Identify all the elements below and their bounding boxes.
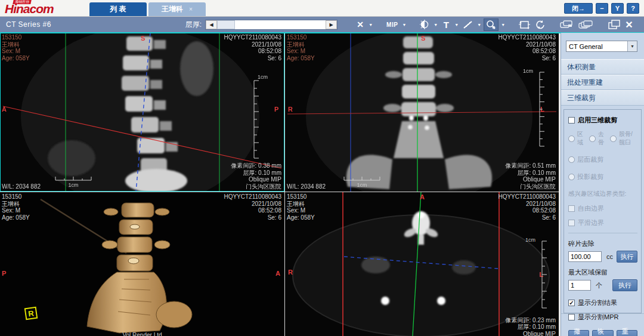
viewport-coronal[interactable]: 153150 王增科 Sex: M Age: 058Y HQYYCT211008…: [285, 33, 559, 192]
magnifier-icon[interactable]: [484, 19, 499, 31]
scrollbar-thumb[interactable]: [217, 20, 235, 29]
viewport-sagittal[interactable]: 153150 王增科 Sex: M Age: 058Y HQYYCT211008…: [0, 33, 284, 192]
viewport-divider-horizontal: [0, 192, 559, 192]
scrollbar-track[interactable]: [235, 20, 326, 29]
show-segmentation-row: ✓ 显示分割结果: [568, 298, 637, 307]
show-segmentation-mpr-checkbox[interactable]: [568, 314, 575, 320]
text-annotation-icon[interactable]: T: [440, 19, 452, 31]
study-info: HQYYCT2110080043 2021/10/08 08:52:08 Se:…: [498, 34, 556, 61]
patient-age: Age: 058Y: [2, 55, 30, 62]
window-level-readout: W/L: 2034 882: [2, 183, 41, 190]
reset-button[interactable]: 重置: [617, 330, 637, 336]
viewport-axial[interactable]: 153150 王增科 Sex: M Age: 058Y HQYYCT211008…: [285, 192, 559, 336]
fragment-removal-row: cc 执行: [568, 251, 637, 263]
radio-region[interactable]: [568, 135, 575, 142]
orientation-right: A: [275, 270, 280, 277]
orientation-cube-marker[interactable]: R: [24, 307, 38, 320]
hinacom-logo: 海纳医信 Hinacom: [0, 0, 89, 16]
window-level-caret[interactable]: ▼: [432, 23, 439, 27]
preset-combobox[interactable]: CT General ▼: [566, 41, 637, 52]
magnifier-caret[interactable]: ▼: [500, 23, 506, 27]
radio-bone-removal[interactable]: [589, 135, 596, 142]
scroll-right-arrow[interactable]: ▶: [326, 20, 337, 29]
viewport-volume-render[interactable]: 153150 王增科 Sex: M Age: 058Y HQYYCT211008…: [0, 192, 284, 336]
window-controls: 闭→ − Y ?: [564, 3, 644, 16]
mip-dropdown-caret[interactable]: ▼: [401, 23, 407, 27]
free-boundary-checkbox[interactable]: [568, 205, 575, 212]
scale-label: 1cm: [523, 68, 533, 74]
rotate-view-icon[interactable]: [533, 19, 547, 31]
fragment-execute-button[interactable]: 执行: [617, 251, 637, 263]
enable-crop-label: 启用三维裁剪: [578, 116, 617, 125]
preset-value: CT General: [566, 43, 627, 50]
crosshair-off-icon[interactable]: ✕: [354, 19, 366, 31]
section-batch-recon[interactable]: 批处理重建: [561, 75, 644, 90]
smooth-boundary-checkbox[interactable]: [568, 220, 575, 226]
study-info: HQYYCT2110080043 2021/10/08 08:52:08 Se:…: [224, 193, 281, 221]
orientation-left: R: [288, 269, 293, 276]
logo-text: Hinacom: [5, 2, 54, 16]
window-level-icon[interactable]: [418, 19, 431, 31]
fit-to-window-icon[interactable]: [517, 19, 532, 31]
close-series-icon[interactable]: ✕: [623, 19, 635, 31]
radio-femur-acetabulum[interactable]: [610, 135, 617, 142]
orientation-right: P: [274, 106, 278, 113]
show-segmentation-checkbox[interactable]: ✓: [568, 300, 575, 306]
vertical-scale-ruler: 1cm: [537, 70, 550, 150]
patient-info: 153150 王增科 Sex: M Age: 058Y: [287, 34, 315, 61]
keep-region-count-input[interactable]: [568, 280, 591, 291]
measure-ruler-icon[interactable]: [461, 19, 475, 31]
crosshair-dropdown-caret[interactable]: ▼: [367, 23, 374, 27]
exit-button[interactable]: 闭→: [564, 3, 593, 14]
panel-divider: [568, 233, 637, 233]
help-button[interactable]: ?: [627, 3, 639, 14]
accession-number: HQYYCT2110080043: [224, 34, 281, 41]
minimize-button[interactable]: −: [596, 3, 608, 14]
combo-dropdown-icon[interactable]: ▼: [627, 41, 637, 51]
tab-close-icon[interactable]: ×: [189, 6, 193, 13]
text-annotation-caret[interactable]: ▼: [453, 23, 460, 27]
keep-region-unit: 个: [596, 281, 602, 290]
viewport-grid: 153150 王增科 Sex: M Age: 058Y HQYYCT211008…: [0, 33, 561, 336]
patient-sex: Sex: M: [2, 48, 30, 55]
section-3d-crop[interactable]: 三维裁剪: [561, 90, 644, 106]
top-bar: 海纳医信 Hinacom 列 表 王增科 × 闭→ − Y ?: [0, 0, 644, 17]
undo-button[interactable]: 撤销: [568, 330, 589, 336]
tool-buttons: ✕ ▼ MIP ▼ ▼ T ▼ ▼ ▼: [345, 19, 635, 31]
fragment-volume-input[interactable]: [568, 251, 602, 262]
viewer-top-border: [0, 33, 561, 33]
tab-patient[interactable]: 王增科 ×: [148, 2, 206, 16]
projection-crop-row: 投影裁剪: [568, 172, 637, 181]
image-params: 像素间距: 0.23 mm 层厚: 0.10 mm Oblique MIP: [506, 317, 556, 336]
fragment-removal-label: 碎片去除: [568, 239, 637, 248]
action-buttons: 撤销 恢复 重置: [568, 330, 637, 336]
mip-mode-button[interactable]: MIP: [385, 19, 400, 31]
series-number: Se: 6: [224, 55, 281, 62]
film-stack-icon[interactable]: [577, 19, 596, 31]
tab-list-label: 列 表: [110, 4, 126, 14]
slab-thickness-scrollbar[interactable]: ◀ ▶: [205, 20, 338, 30]
radio-slice-crop[interactable]: [568, 156, 575, 163]
radio-projection-crop[interactable]: [568, 174, 575, 180]
section-volume-measure[interactable]: 体积测量: [561, 59, 644, 75]
tab-strip: 列 表 王增科 ×: [89, 0, 206, 16]
enable-crop-checkbox[interactable]: [568, 117, 575, 124]
ct-viewer-app: 海纳医信 Hinacom 列 表 王增科 × 闭→ − Y ? CT Serie…: [0, 0, 644, 336]
user-button[interactable]: Y: [611, 3, 624, 14]
show-mpr-row: 显示分割MPR: [568, 313, 637, 322]
keep-region-label: 最大区域保留: [568, 268, 637, 277]
viewer-panel-divider: [559, 33, 561, 336]
scale-label: 1cm: [343, 182, 380, 188]
tab-list[interactable]: 列 表: [89, 2, 147, 16]
film-export-icon[interactable]: [558, 19, 575, 31]
horizontal-scale-ruler: 1cm: [343, 176, 380, 188]
keep-region-execute-button[interactable]: 执行: [612, 279, 637, 291]
scale-label: 1cm: [258, 74, 268, 80]
image-params: 像素间距: 0.38 mm 层厚: 0.10 mm Oblique MIP 门头…: [231, 162, 281, 190]
smooth-boundary-row: 平滑边界: [568, 218, 637, 227]
scroll-left-arrow[interactable]: ◀: [206, 20, 217, 29]
layout-windows-icon[interactable]: [606, 19, 622, 31]
fragment-unit: cc: [606, 253, 613, 260]
measure-caret[interactable]: ▼: [476, 23, 482, 27]
redo-button[interactable]: 恢复: [592, 330, 613, 336]
